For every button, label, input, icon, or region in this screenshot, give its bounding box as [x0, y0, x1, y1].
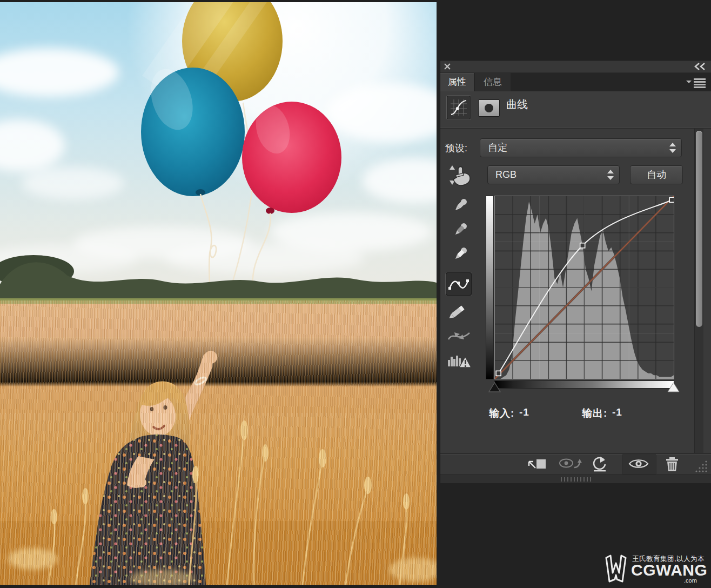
- panel-menu-icon[interactable]: [686, 77, 707, 88]
- reset-adjustment-icon[interactable]: [587, 456, 612, 473]
- panel-resize-grip[interactable]: [693, 459, 708, 473]
- smooth-curve-tool-icon[interactable]: [447, 326, 472, 347]
- close-icon[interactable]: [444, 63, 451, 70]
- black-point-eyedropper-icon[interactable]: [447, 197, 472, 217]
- output-value: -1: [612, 406, 622, 418]
- auto-button[interactable]: 自动: [630, 165, 683, 184]
- curve-anchor[interactable]: [580, 243, 585, 248]
- input-value: -1: [519, 406, 529, 418]
- cgwang-logo-icon: [604, 554, 630, 583]
- output-gradient-bar: [486, 196, 494, 379]
- scrollbar-thumb[interactable]: [696, 131, 702, 327]
- pencil-tool-icon[interactable]: [447, 300, 472, 321]
- output-label: 输出:: [582, 406, 607, 420]
- channel-value: RGB: [495, 169, 517, 180]
- dropdown-arrows-icon: [607, 170, 614, 181]
- panel-header-bar: [440, 61, 711, 73]
- curve-readout: 输入: -1 输出: -1: [440, 406, 689, 423]
- watermark-domain: .com: [684, 577, 697, 584]
- panel-drag-strip: [440, 475, 711, 483]
- wheat-field: [0, 304, 437, 585]
- point-curve-tool-selected[interactable]: [446, 272, 472, 296]
- tab-info[interactable]: 信息: [475, 73, 511, 91]
- layer-visibility-eye-icon[interactable]: [627, 456, 652, 473]
- properties-panel: 属性 信息 曲线 预设: 自定 RGB: [440, 61, 711, 483]
- panel-tab-bar: 属性 信息: [440, 73, 711, 91]
- panel-footer-toolbar: [440, 453, 711, 475]
- photo-illustration: [0, 2, 437, 585]
- clip-to-layer-icon[interactable]: [526, 456, 551, 473]
- hand: [204, 351, 217, 364]
- input-gradient-bar: [494, 380, 674, 389]
- mask-thumbnail[interactable]: [478, 99, 500, 117]
- targeted-adjustment-icon[interactable]: [445, 164, 475, 187]
- tab-properties[interactable]: 属性: [440, 73, 474, 91]
- document-canvas[interactable]: [0, 2, 437, 585]
- preset-value: 自定: [488, 142, 507, 153]
- curve-anchor[interactable]: [496, 371, 501, 376]
- delete-adjustment-trash-icon[interactable]: [661, 456, 686, 473]
- dropdown-arrows-icon: [669, 143, 676, 153]
- panel-scrollbar[interactable]: [694, 129, 703, 453]
- white-point-eyedropper-icon[interactable]: [447, 245, 472, 266]
- curves-adjustment-icon[interactable]: [447, 96, 471, 119]
- highlight-input-slider[interactable]: [667, 382, 680, 393]
- gray-point-eyedropper-icon[interactable]: [447, 221, 472, 242]
- curves-plot[interactable]: [494, 196, 674, 379]
- histogram-clipping-warning-icon[interactable]: [447, 352, 472, 373]
- adjustment-title-row: 曲线: [440, 91, 711, 129]
- toolbar-separator: [656, 455, 656, 474]
- adjustment-title: 曲线: [506, 97, 528, 112]
- watermark-brand: CGWANG: [631, 561, 707, 579]
- preset-dropdown[interactable]: 自定: [480, 138, 682, 157]
- input-label: 输入:: [489, 406, 514, 420]
- panel-drag-handle[interactable]: [560, 477, 592, 482]
- preset-label: 预设:: [445, 142, 467, 155]
- curve-anchor[interactable]: [669, 197, 674, 202]
- view-previous-state-icon[interactable]: [558, 456, 583, 473]
- shadow-input-slider[interactable]: [488, 382, 501, 393]
- watermark: 王氏教育集团,以人为本 CGWANG .com: [604, 553, 699, 584]
- collapse-panel-icon[interactable]: [694, 63, 707, 70]
- channel-dropdown[interactable]: RGB: [487, 165, 620, 184]
